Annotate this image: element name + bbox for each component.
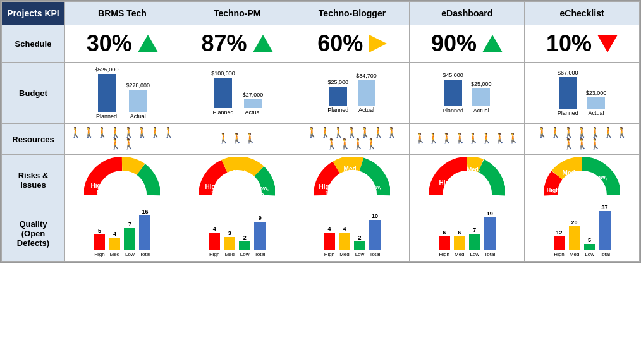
resources-label: Resources [2,124,65,155]
arrow-down-icon-4 [597,35,618,52]
person-red-icon: 🚶 [563,139,575,149]
budget-actual-bar-2 [358,80,375,106]
svg-text:Low,: Low, [592,174,607,181]
budget-actual-bar-1 [244,99,262,108]
resources-technoblogger: 🚶 🚶 🚶 🚶 🚶 🚶 🚶 🚶 🚶 🚶 🚶 [295,124,410,155]
svg-text:Med,: Med, [562,169,577,176]
q-high-num-0: 5 [98,228,101,234]
person-green-icon: 🚶 [480,133,493,143]
person-green-icon: 🚶 [244,133,257,143]
q-med-bar-1 [224,237,235,250]
kpi-header: Projects KPI [2,2,65,25]
budget-planned-amt-3: $45,000 [443,72,463,78]
q-low-bar-1 [239,241,250,250]
arrow-right-icon-2 [369,35,387,52]
budget-planned-bar-0 [98,74,116,112]
svg-text:High,: High, [439,179,455,186]
svg-text:High,: High, [546,187,561,193]
svg-text:High,: High, [91,182,107,189]
svg-text:High,: High, [319,183,334,190]
q-total-bar-2 [369,220,381,250]
person-green-icon: 🚶 [83,128,95,138]
person-green-icon: 🚶 [372,128,385,138]
q-med-num-4: 20 [571,219,578,226]
person-green-icon: 🚶 [576,128,589,138]
svg-text:1: 1 [373,191,376,197]
q-high-num-2: 4 [327,226,331,232]
person-green-icon: 🚶 [589,128,602,138]
q-high-bar-1 [209,233,220,250]
q-med-num-1: 3 [228,230,231,236]
svg-text:1: 1 [552,193,555,200]
project-header-3: eDashboard [410,2,525,25]
budget-planned-bar-3 [444,80,462,106]
schedule-echecklist: 10% [525,25,640,63]
budget-edashboard: $45,000 Planned $25,000 Actual [410,63,525,124]
person-green-icon: 🚶 [467,133,480,143]
person-green-icon: 🚶 [109,128,122,138]
q-low-bar-0 [124,228,135,250]
svg-text:Med,: Med, [467,166,480,173]
budget-planned-bar-2 [329,87,347,106]
person-red-icon: 🚶 [326,139,338,149]
svg-text:2: 2 [261,192,264,198]
q-low-bar-3 [469,234,480,250]
person-green-icon: 🚶 [602,128,615,138]
svg-text:Low,: Low, [369,184,381,190]
q-total-bar-4 [599,211,611,250]
person-green-icon: 🚶 [536,128,549,138]
person-green-icon: 🚶 [149,128,162,138]
q-med-num-3: 6 [458,229,461,236]
schedule-pct-1: 87% [201,30,247,57]
budget-planned-bar-1 [214,78,232,108]
q-total-num-2: 10 [372,213,378,219]
svg-text:High,: High, [205,183,221,190]
person-green-icon: 🚶 [494,133,506,143]
person-red-icon: 🚶 [123,139,135,149]
budget-actual-bar-4 [587,97,605,109]
risks-echecklist: High, 1 Med, 2 Low, 5 [525,155,640,205]
person-green-icon: 🚶 [96,128,109,138]
budget-actual-amt-2: $34,700 [356,73,377,79]
person-green-icon: 🚶 [306,128,319,138]
q-med-num-0: 4 [113,231,116,237]
svg-text:Med,: Med, [233,169,248,176]
schedule-label: Schedule [2,25,65,63]
q-total-num-4: 37 [602,204,608,210]
arrow-up-icon-0 [138,35,158,52]
resources-echecklist: 🚶 🚶 🚶 🚶 🚶 🚶 🚶 🚶 🚶 🚶 [525,124,640,155]
schedule-pct-2: 60% [317,30,363,57]
person-red-icon: 🚶 [109,139,122,149]
arrow-up-icon-1 [253,35,273,52]
person-red-icon: 🚶 [576,139,589,149]
project-header-1: Techno-PM [180,2,295,25]
gauge-svg-0: High, 5 Med, 2 Low, 1 [84,157,160,200]
svg-text:Low,: Low, [473,181,486,187]
person-red-icon: 🚶 [365,139,378,149]
q-high-bar-0 [94,234,105,250]
person-green-icon: 🚶 [162,128,175,138]
svg-text:1: 1 [472,173,475,179]
q-high-bar-3 [439,236,450,250]
quality-brms: 5 High 4 Med 7 Low 16 [65,205,180,262]
q-high-bar-4 [554,236,565,250]
risks-technopm: High, 2 Med, 4 Low, 2 [180,155,295,205]
budget-actual-amt-4: $23,000 [586,90,607,96]
risks-edashboard: High, 5 Med, 1 Low, 1 [410,155,525,205]
svg-text:5: 5 [598,181,602,188]
q-low-bar-4 [584,244,595,250]
gauge-svg-2: High, 1 Med, 1 Low, 1 [314,157,390,200]
svg-text:Med,: Med, [344,166,358,173]
person-green-icon: 🚶 [414,133,427,143]
q-high-num-3: 6 [443,229,446,236]
project-header-2: Techno-Blogger [295,2,410,25]
q-low-num-3: 7 [473,227,476,233]
svg-text:2: 2 [211,190,215,197]
budget-echecklist: $67,000 Planned $23,000 Actual [525,63,640,124]
svg-text:Med,: Med, [117,171,131,178]
person-green-icon: 🚶 [507,133,520,143]
person-green-icon: 🚶 [70,128,82,138]
gauge-svg-3: High, 5 Med, 1 Low, 1 [429,157,505,200]
budget-actual-amt-1: $27,000 [243,92,264,98]
quality-technopm: 4 High 3 Med 2 Low 9 [180,205,295,262]
